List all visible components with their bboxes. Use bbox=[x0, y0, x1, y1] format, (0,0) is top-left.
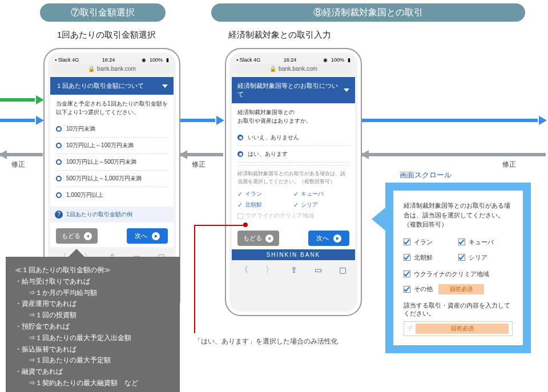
step-badge-8: ⑧経済制裁対象国との取引 bbox=[211, 3, 525, 22]
address-bar[interactable]: 🔒bank.bank.com bbox=[54, 64, 170, 74]
required-tag: 回答必須 bbox=[438, 284, 484, 294]
phone-mock-b: ▪ Slack 4G 16:24 ◉100%▮ 🔒bank.bank.com 経… bbox=[225, 48, 362, 316]
scroll-country-nk[interactable]: 北朝鮮 bbox=[404, 250, 458, 265]
amount-option-4[interactable]: 1,000万円以上 bbox=[56, 187, 168, 203]
status-bar: ▪ Slack 4G 16:24 ◉100%▮ bbox=[50, 55, 174, 64]
chevron-down-icon bbox=[162, 84, 168, 88]
back-button-a[interactable]: もどる bbox=[56, 228, 98, 244]
arrow-grey-back-a bbox=[0, 153, 43, 156]
chevron-right-icon bbox=[333, 235, 341, 243]
content-a: 当金庫と予定される1回あたりの取引金額を以下より1つ選択してください。 10万円… bbox=[50, 95, 174, 207]
step-badge-7: ⑦取引金額選択 bbox=[40, 3, 166, 22]
required-input[interactable]: テ 回答必須 bbox=[404, 321, 513, 336]
callout-sub: ⇒１回あたりの最大予定入出金額 bbox=[15, 333, 171, 344]
sub-lead: 経済制裁対象国等とのお取引がある場合は、該当国を選択してください。（複数回答可） bbox=[237, 170, 349, 185]
share-icon[interactable]: ⇪ bbox=[291, 265, 297, 274]
scroll-country-syria[interactable]: シリア bbox=[458, 250, 513, 265]
content-b: 経済制裁対象国等とのお取引や資産はありますか。 いいえ、ありません はい、ありま… bbox=[232, 103, 355, 225]
activation-note: 「はい、あります」を選択した場合のみ活性化 bbox=[194, 337, 338, 346]
subtitle-7: 1回あたりの取引金額選択 bbox=[57, 30, 156, 41]
chevron-down-icon bbox=[344, 88, 349, 92]
chevron-left-icon bbox=[84, 232, 92, 240]
subtitle-8: 経済制裁対象との取引入力 bbox=[228, 30, 331, 41]
status-bar: ▪ Slack 4G 16:24 ◉100%▮ bbox=[232, 55, 355, 64]
callout-sub: ⇒１か月の平均給与額 bbox=[15, 288, 171, 299]
country-syria[interactable]: ✓シリア bbox=[293, 200, 349, 211]
label-fix-b: 修正 bbox=[192, 160, 206, 169]
arrow-grey-back-b bbox=[180, 153, 223, 156]
example-callout: ≪１回あたりの取引金額の例≫ ・給与受け取りであれば ⇒１か月の平均給与額 ・資… bbox=[6, 257, 180, 392]
arrow-blue-in-a bbox=[0, 119, 43, 122]
callout-sub: ⇒１契約あたりの最大融資額 など bbox=[15, 378, 171, 389]
bank-footer: SHINKIN BANK bbox=[232, 249, 355, 260]
scroll-country-cuba[interactable]: キューバ bbox=[458, 235, 513, 249]
next-button-a[interactable]: 次へ bbox=[127, 228, 168, 244]
forward-icon[interactable]: 〉 bbox=[265, 265, 273, 275]
country-cuba[interactable]: ✓キューバ bbox=[293, 189, 349, 200]
callout-line: ・給与受け取りであれば bbox=[15, 276, 171, 288]
arrow-blue-out bbox=[362, 119, 546, 122]
safari-toolbar: 〈 〉 ⇪ ▭ ▢ bbox=[232, 260, 355, 277]
red-connector-h bbox=[194, 225, 245, 226]
scroll-label: 画面スクロール bbox=[400, 170, 452, 180]
callout-title: ≪１回あたりの取引金額の例≫ bbox=[15, 265, 171, 276]
callout-line: ・融資であれば bbox=[15, 366, 171, 378]
arrow-blue-a-to-b bbox=[180, 119, 223, 122]
chevron-left-icon bbox=[265, 235, 273, 243]
back-icon[interactable]: 〈 bbox=[240, 265, 248, 275]
lock-icon: 🔒 bbox=[88, 66, 95, 72]
chevron-right-icon bbox=[152, 232, 160, 240]
amount-option-0[interactable]: 10万円未満 bbox=[56, 121, 168, 138]
scroll-lead: 経済制裁対象国等とのお取引がある場合は、該当国を選択してください。（複数回答可） bbox=[404, 201, 513, 229]
amount-option-3[interactable]: 500万円以上～1,000万円未満 bbox=[56, 171, 168, 187]
sanction-option-no[interactable]: いいえ、ありません bbox=[237, 130, 349, 146]
callout-line: ・預貯金であれば bbox=[15, 321, 171, 333]
section-header-b[interactable]: 経済制裁対象国等とのお取引について bbox=[232, 77, 355, 103]
red-connector-v bbox=[194, 225, 195, 333]
section-header-a[interactable]: １回あたりの取引金額について bbox=[50, 77, 174, 95]
scroll-foot: 該当する取引・資産の内容を入力してください。 bbox=[404, 302, 513, 318]
country-iran[interactable]: ✓イラン bbox=[237, 189, 293, 200]
lead-a: 当金庫と予定される1回あたりの取引金額を以下より1つ選択してください。 bbox=[56, 99, 168, 116]
lock-icon: 🔒 bbox=[269, 66, 276, 72]
help-icon: ? bbox=[55, 211, 63, 219]
callout-line: ・振込振替であれば bbox=[15, 344, 171, 355]
country-nk[interactable]: ✓北朝鮮 bbox=[237, 200, 293, 211]
amount-option-2[interactable]: 100万円以上～500万円未満 bbox=[56, 154, 168, 171]
scroll-country-iran[interactable]: イラン bbox=[404, 235, 458, 249]
sanction-option-yes[interactable]: はい、あります bbox=[237, 146, 349, 163]
help-band-a[interactable]: ?1回あたりの取引金額の例 bbox=[50, 207, 174, 223]
back-button-b[interactable]: もどる bbox=[237, 231, 279, 246]
scroll-country-other[interactable]: その他 回答必須 bbox=[404, 281, 513, 297]
callout-sub: ⇒１回の投資額 bbox=[15, 310, 171, 321]
callout-sub: ⇒１回あたりの最大予定額 bbox=[15, 355, 171, 366]
sanction-subbox: 経済制裁対象国等とのお取引がある場合は、該当国を選択してください。（複数回答可）… bbox=[237, 165, 349, 221]
amount-option-1[interactable]: 10万円以上～100万円未満 bbox=[56, 138, 168, 154]
callout-line: ・資産運用であれば bbox=[15, 298, 171, 310]
address-bar[interactable]: 🔒bank.bank.com bbox=[235, 64, 352, 74]
country-crimea[interactable]: ウクライナのクリミア地域 bbox=[237, 211, 349, 221]
label-fix-a: 修正 bbox=[11, 160, 25, 169]
label-fix-c: 修正 bbox=[502, 160, 516, 169]
lead-b: 経済制裁対象国等とのお取引や資産はありますか。 bbox=[237, 108, 349, 125]
tabs-icon[interactable]: ▢ bbox=[339, 265, 346, 274]
scroll-country-crimea[interactable]: ウクライナのクリミア地域 bbox=[404, 267, 513, 281]
arrow-green-in bbox=[0, 98, 43, 102]
next-button-b[interactable]: 次へ bbox=[308, 231, 349, 246]
scroll-callout: 経済制裁対象国等とのお取引がある場合は、該当国を選択してください。（複数回答可）… bbox=[385, 183, 531, 353]
red-connector-dot bbox=[243, 223, 248, 227]
arrow-grey-back-c bbox=[362, 153, 546, 156]
bookmarks-icon[interactable]: ▭ bbox=[315, 265, 322, 274]
